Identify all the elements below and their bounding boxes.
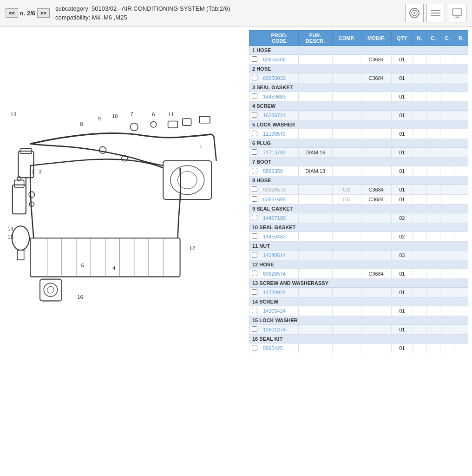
- qty: 03: [392, 251, 413, 260]
- part-row: 1445068301: [249, 92, 468, 102]
- col-r: [454, 148, 468, 158]
- col-modif: MODIF.: [361, 31, 391, 46]
- col-c1: [426, 306, 440, 316]
- header-text: subcategory: 50103/02 - AIR CONDITIONING…: [55, 4, 400, 22]
- fur-descr: [298, 344, 332, 353]
- fur-descr: [298, 92, 332, 102]
- fur-descr: [298, 232, 332, 242]
- part-row: 1623672101: [249, 111, 468, 120]
- modif: [361, 92, 391, 102]
- category-row: 15 LOCK WASHER: [249, 316, 468, 325]
- subcategory-text: subcategory: 50103/02 - AIR CONDITIONING…: [55, 4, 400, 13]
- col-r: [454, 251, 468, 260]
- qty: 01: [392, 148, 413, 158]
- part-checkbox[interactable]: [252, 168, 257, 173]
- part-checkbox[interactable]: [252, 93, 257, 99]
- category-row: 16 SEAL KIT: [249, 335, 468, 344]
- prod-code: 11190579: [260, 129, 299, 139]
- col-r: [454, 344, 468, 353]
- col-c1: [426, 129, 440, 139]
- comp: [332, 55, 361, 65]
- diagram-icon[interactable]: [405, 4, 424, 22]
- qty: 01: [392, 73, 413, 83]
- category-row: 1 HOSE: [249, 46, 468, 55]
- prod-code: 11730924: [260, 288, 299, 298]
- modif: [361, 166, 391, 176]
- prod-code: 16236721: [260, 111, 299, 120]
- part-checkbox[interactable]: [252, 289, 257, 295]
- col-n: [413, 269, 426, 279]
- modif: [361, 148, 391, 158]
- part-checkbox[interactable]: [252, 186, 257, 192]
- part-checkbox[interactable]: [252, 326, 257, 332]
- part-checkbox[interactable]: [252, 233, 257, 239]
- modif: C3684: [361, 185, 391, 195]
- svg-text:2: 2: [32, 169, 34, 174]
- print-icon[interactable]: [448, 4, 466, 22]
- svg-text:1: 1: [199, 145, 202, 150]
- prod-code: 14305424: [260, 306, 299, 316]
- part-checkbox[interactable]: [252, 112, 257, 118]
- next-button[interactable]: >>: [37, 8, 50, 18]
- comp: [332, 325, 361, 335]
- category-row: 3 SEAL GASKET: [249, 83, 468, 92]
- col-r: [454, 195, 468, 205]
- qty: 01: [392, 288, 413, 298]
- fur-descr: [298, 55, 332, 65]
- part-checkbox[interactable]: [252, 308, 257, 313]
- qty: 01: [392, 195, 413, 205]
- col-n: [413, 166, 426, 176]
- col-c2: [440, 148, 454, 158]
- col-r: [454, 166, 468, 176]
- fur-descr: DIAM.16: [298, 148, 332, 158]
- list-icon[interactable]: [426, 4, 445, 22]
- part-row: 60626574C368401: [249, 269, 468, 279]
- fur-descr: [298, 111, 332, 120]
- fur-descr: [298, 251, 332, 260]
- part-checkbox[interactable]: [252, 196, 257, 202]
- qty: 01: [392, 92, 413, 102]
- comp: [332, 148, 361, 158]
- prev-button[interactable]: <<: [6, 8, 18, 18]
- col-r: [454, 306, 468, 316]
- col-prod-code: PROD.CODE: [260, 31, 299, 46]
- svg-text:10: 10: [112, 113, 118, 119]
- svg-text:6: 6: [152, 112, 155, 117]
- prod-code: 12601274: [260, 325, 299, 335]
- col-r: [454, 185, 468, 195]
- svg-rect-3: [431, 10, 440, 11]
- col-c2: [440, 213, 454, 223]
- col-c2: [440, 92, 454, 102]
- col-c2: [440, 232, 454, 242]
- part-row: 71713700DIAM.1601: [249, 148, 468, 158]
- part-row: 589542501: [249, 344, 468, 353]
- col-comp: COMP.: [332, 31, 361, 46]
- category-row: 2 HOSE: [249, 65, 468, 73]
- part-checkbox[interactable]: [252, 252, 257, 258]
- category-row: 12 HOSE: [249, 260, 468, 269]
- svg-text:12: 12: [189, 245, 195, 251]
- part-checkbox[interactable]: [252, 271, 257, 276]
- part-checkbox[interactable]: [252, 345, 257, 350]
- fur-descr: [298, 73, 332, 83]
- col-n: [413, 55, 426, 65]
- category-row: 11 NUT: [249, 242, 468, 251]
- prod-code: 14450483: [260, 232, 299, 242]
- part-checkbox[interactable]: [252, 56, 257, 62]
- fur-descr: [298, 185, 332, 195]
- part-checkbox[interactable]: [252, 215, 257, 220]
- svg-text:4: 4: [112, 265, 116, 271]
- comp: [332, 129, 361, 139]
- prod-code: 14040614: [260, 251, 299, 260]
- col-c1: [426, 232, 440, 242]
- part-checkbox[interactable]: [252, 75, 257, 80]
- comp: [332, 288, 361, 298]
- part-checkbox[interactable]: [252, 131, 257, 136]
- fur-descr: [298, 269, 332, 279]
- part-checkbox[interactable]: [252, 149, 257, 155]
- col-c2: [440, 111, 454, 120]
- modif: [361, 325, 391, 335]
- modif: [361, 232, 391, 242]
- modif: C3684: [361, 55, 391, 65]
- svg-rect-5: [431, 15, 440, 16]
